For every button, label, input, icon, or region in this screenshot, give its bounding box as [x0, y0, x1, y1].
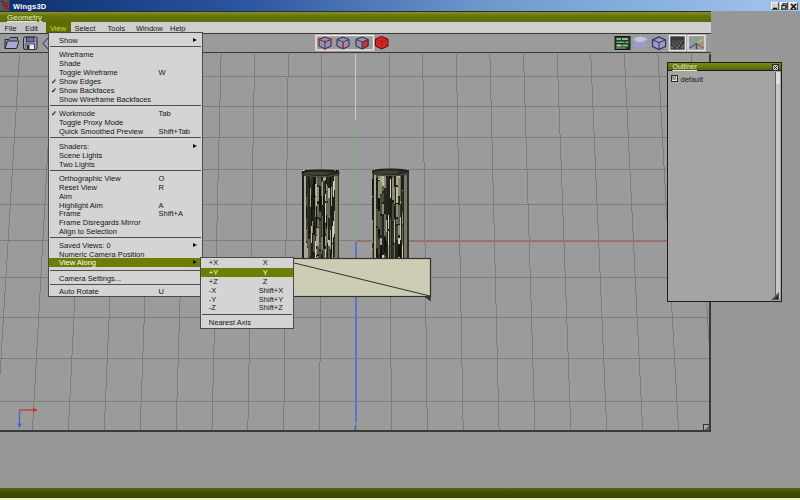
svg-text:z: z [354, 423, 358, 430]
